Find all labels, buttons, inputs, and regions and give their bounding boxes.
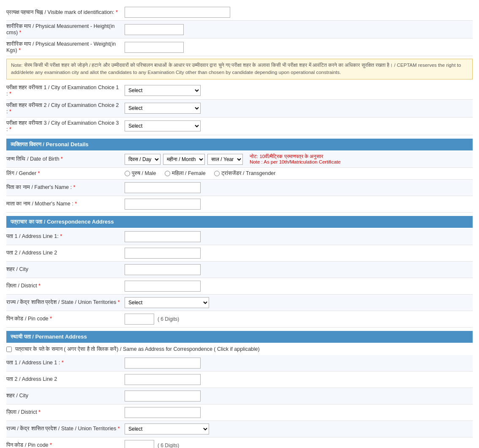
father-row: पिता का नाम / Father's Name : * <box>6 180 473 196</box>
gender-row: लिंग / Gender * पुरुष / Male महिला / Fem… <box>6 168 473 180</box>
height-input[interactable] <box>125 24 184 35</box>
gender-transgender-option[interactable]: ट्रांसजेंडर / Transgender <box>214 170 276 177</box>
dob-month-select[interactable]: महीना / Month <box>163 154 205 165</box>
height-label: शारीरिक माप / Physical Measurement - Hei… <box>6 23 125 36</box>
mother-row: माता का नाम / Mother's Name : * <box>6 196 473 213</box>
city3-label: परीक्षा शहर वरीयता 3 / City of Examinati… <box>6 120 125 132</box>
dob-note: नोट: 10वीं/मैट्रिक प्रमाणपत्र के अनुसारN… <box>250 154 340 164</box>
corr-addr1-row: पता 1 / Address Line 1: * <box>6 229 473 245</box>
perm-district-row: ज़िला / District * <box>6 404 473 421</box>
correspondence-section-header: पत्राचार का पता / Correspondence Address <box>6 216 473 228</box>
father-name-input[interactable] <box>125 182 201 193</box>
perm-addr1-row: पता 1 / Address Line 1 : * <box>6 355 473 372</box>
corr-city-row: शहर / City <box>6 262 473 278</box>
corr-state-row: राज्य / केंद्र शासित प्रदेश / State / Un… <box>6 295 473 311</box>
dob-day-select[interactable]: दिवस / Day <box>125 154 161 165</box>
perm-addr1-label: पता 1 / Address Line 1 : * <box>6 360 125 366</box>
corr-pin-label: पिन कोड / Pin code * <box>6 316 125 322</box>
personal-section-header: व्यक्तिगत विवरण / Personal Details <box>6 139 473 150</box>
city1-select[interactable]: Select <box>125 85 201 96</box>
corr-district-label: ज़िला / District * <box>6 283 125 289</box>
perm-pin-row: पिन कोड / Pin code * ( 6 Digits) <box>6 437 473 448</box>
perm-district-input[interactable] <box>125 407 201 418</box>
perm-addr2-label: पता 2 / Address Line 2 <box>6 376 125 382</box>
city2-label: परीक्षा शहर वरीयता 2 / City of Examinati… <box>6 102 125 115</box>
permanent-section-header: स्थायी पता / Permanent Address <box>6 331 473 343</box>
same-as-checkbox[interactable] <box>6 347 12 352</box>
father-label: पिता का नाम / Father's Name : * <box>6 184 125 191</box>
visible-mark-input[interactable] <box>125 7 230 18</box>
perm-city-row: शहर / City <box>6 388 473 404</box>
city2-row: परीक्षा शहर वरीयता 2 / City of Examinati… <box>6 100 473 117</box>
gender-male-option[interactable]: पुरुष / Male <box>125 170 156 177</box>
perm-city-input[interactable] <box>125 391 201 402</box>
corr-state-label: राज्य / केंद्र शासित प्रदेश / State / Un… <box>6 299 125 306</box>
perm-addr1-input[interactable] <box>125 358 201 369</box>
perm-addr2-row: पता 2 / Address Line 2 <box>6 372 473 388</box>
gender-male-radio[interactable] <box>125 171 130 176</box>
gender-transgender-radio[interactable] <box>214 171 220 176</box>
corr-addr2-label: पता 2 / Address Line 2 <box>6 250 125 256</box>
corr-addr2-row: पता 2 / Address Line 2 <box>6 245 473 262</box>
corr-pin-input[interactable] <box>125 314 154 325</box>
corr-addr1-label: पता 1 / Address Line 1: * <box>6 233 125 240</box>
corr-addr2-input[interactable] <box>125 248 201 259</box>
corr-city-input[interactable] <box>125 264 201 275</box>
corr-district-input[interactable] <box>125 281 201 292</box>
page-wrapper: प्रत्यक्ष पहचान चिह्न / Visible mark of … <box>0 0 479 448</box>
dob-label: जन्म तिथि / Date of Birth * <box>6 156 125 162</box>
corr-addr1-input[interactable] <box>125 231 201 242</box>
height-row: शारीरिक माप / Physical Measurement - Hei… <box>6 21 473 38</box>
corr-state-select[interactable]: Select <box>125 297 209 308</box>
perm-city-label: शहर / City <box>6 393 125 399</box>
city3-row: परीक्षा शहर वरीयता 3 / City of Examinati… <box>6 117 473 135</box>
perm-district-label: ज़िला / District * <box>6 409 125 415</box>
perm-state-select[interactable]: Select <box>125 423 209 434</box>
mother-name-input[interactable] <box>125 199 201 210</box>
perm-state-row: राज्य / केंद्र शासित प्रदेश / State / Un… <box>6 421 473 437</box>
perm-pin-input[interactable] <box>125 440 154 448</box>
city1-row: परीक्षा शहर वरीयता 1 / City of Examinati… <box>6 82 473 100</box>
weight-input[interactable] <box>125 42 184 53</box>
perm-pin-label: पिन कोड / Pin code * <box>6 442 125 448</box>
city3-select[interactable]: Select <box>125 120 201 131</box>
same-as-row: पत्राचार के पते के समान ( अगर ऐसा है तो … <box>6 344 473 355</box>
perm-addr2-input[interactable] <box>125 374 201 385</box>
perm-state-label: राज्य / केंद्र शासित प्रदेश / State / Un… <box>6 426 125 432</box>
note-box: Note: सेरम किसी भी परीक्षा शहर को जोड़ने… <box>6 59 473 79</box>
city1-label: परीक्षा शहर वरीयता 1 / City of Examinati… <box>6 85 125 97</box>
weight-label: शारीरिक माप / Physical Measurement - Wei… <box>6 41 125 53</box>
corr-pin-row: पिन कोड / Pin code * ( 6 Digits) <box>6 311 473 328</box>
gender-female-radio[interactable] <box>165 171 170 176</box>
mother-label: माता का नाम / Mother's Name : * <box>6 201 125 207</box>
gender-label: लिंग / Gender * <box>6 170 125 177</box>
corr-district-row: ज़िला / District * <box>6 278 473 295</box>
city2-select[interactable]: Select <box>125 103 201 114</box>
dob-row: जन्म तिथि / Date of Birth * दिवस / Day म… <box>6 151 473 168</box>
visible-mark-row: प्रत्यक्ष पहचान चिह्न / Visible mark of … <box>6 4 473 21</box>
weight-row: शारीरिक माप / Physical Measurement - Wei… <box>6 38 473 56</box>
corr-city-label: शहर / City <box>6 266 125 273</box>
visible-mark-label: प्रत्यक्ष पहचान चिह्न / Visible mark of … <box>6 9 125 16</box>
dob-year-select[interactable]: साल / Year <box>207 154 243 165</box>
gender-female-option[interactable]: महिला / Female <box>165 170 206 177</box>
